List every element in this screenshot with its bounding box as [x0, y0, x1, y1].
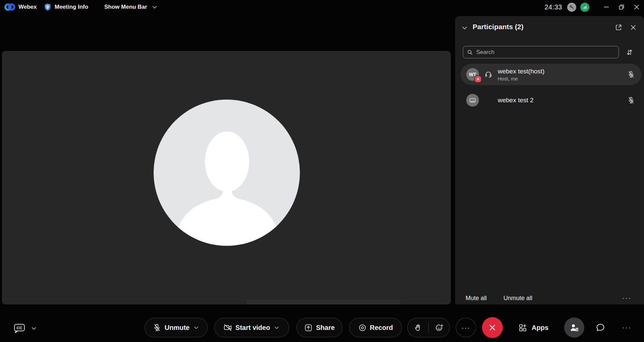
brand: Webex	[4, 0, 37, 14]
participant-role: Host, me	[498, 76, 544, 81]
chevron-down-icon[interactable]	[273, 324, 280, 331]
participants-toggle-button[interactable]	[564, 318, 584, 338]
record-icon	[358, 324, 367, 332]
apps-icon	[518, 323, 527, 332]
start-video-button[interactable]: Start video	[214, 318, 289, 337]
mic-muted-icon[interactable]	[627, 71, 635, 78]
avatar: WT	[466, 68, 479, 81]
more-options-button[interactable]: ···	[456, 318, 476, 337]
camera-off-icon	[223, 323, 232, 332]
meeting-info-label: Meeting Info	[55, 4, 88, 10]
control-bar: CC Unmute	[0, 304, 644, 342]
apps-label: Apps	[532, 324, 548, 332]
record-button[interactable]: Record	[349, 318, 402, 337]
participants-panel-header: Participants (2)	[455, 16, 644, 38]
webex-logo-icon	[4, 3, 15, 11]
collapse-panel-button[interactable]	[460, 23, 469, 32]
minimize-button[interactable]	[599, 0, 614, 14]
mute-all-button[interactable]: Mute all	[466, 293, 487, 303]
chevron-down-icon[interactable]	[193, 324, 200, 331]
closed-captions-button[interactable]: CC	[13, 322, 26, 334]
apps-button[interactable]: Apps	[518, 320, 548, 335]
close-window-button[interactable]	[629, 0, 644, 14]
title-bar: Webex Meeting Info Show Menu Bar 24:33	[0, 0, 644, 14]
device-avatar	[466, 94, 479, 107]
participant-name: webex test(host)	[498, 68, 544, 75]
participant-name: webex test 2	[498, 97, 534, 104]
participant-search-input[interactable]	[463, 46, 619, 58]
record-label: Record	[370, 324, 393, 332]
network-quality-icon[interactable]	[580, 3, 589, 12]
participants-panel: Participants (2)	[455, 16, 644, 311]
cc-label: CC	[17, 326, 22, 330]
stage-bottom-strip	[247, 299, 400, 304]
popout-panel-button[interactable]	[613, 23, 624, 32]
unmute-button[interactable]: Unmute	[145, 318, 208, 337]
raise-hand-button[interactable]	[408, 318, 428, 337]
start-video-label: Start video	[235, 324, 270, 332]
meeting-timer: 24:33	[544, 3, 562, 11]
chevron-down-icon	[151, 3, 158, 11]
show-menu-bar-label: Show Menu Bar	[104, 4, 147, 10]
key-icon[interactable]	[567, 3, 576, 12]
close-panel-button[interactable]	[628, 23, 638, 32]
chat-button[interactable]	[592, 319, 609, 336]
leave-meeting-button[interactable]	[482, 317, 503, 338]
participant-avatar-placeholder	[154, 100, 300, 246]
restore-button[interactable]	[614, 0, 629, 14]
headset-icon	[479, 68, 498, 81]
sort-participants-button[interactable]	[624, 47, 635, 57]
more-panels-button[interactable]: ···	[619, 320, 635, 335]
shield-icon	[44, 3, 52, 11]
show-menu-bar-button[interactable]: Show Menu Bar	[104, 0, 158, 14]
share-label: Share	[316, 324, 335, 332]
presenter-badge-icon	[474, 75, 482, 83]
unmute-all-button[interactable]: Unmute all	[503, 293, 532, 303]
reactions-button[interactable]	[429, 318, 449, 337]
meeting-info-button[interactable]: Meeting Info	[44, 0, 88, 14]
participants-title: Participants (2)	[473, 23, 524, 31]
video-stage	[2, 51, 451, 304]
mic-muted-icon	[153, 323, 161, 332]
unmute-label: Unmute	[165, 324, 190, 332]
participant-row-host[interactable]: WT webex test(host) Host, me	[461, 64, 641, 85]
reactions-group	[407, 318, 450, 337]
share-button[interactable]: Share	[297, 318, 342, 337]
captions-chevron-button[interactable]	[29, 324, 39, 333]
share-icon	[304, 324, 313, 332]
app-title: Webex	[18, 4, 37, 10]
panel-more-button[interactable]: ···	[622, 293, 636, 303]
mic-muted-icon[interactable]	[627, 97, 635, 104]
participant-row[interactable]: webex test 2	[461, 90, 641, 111]
